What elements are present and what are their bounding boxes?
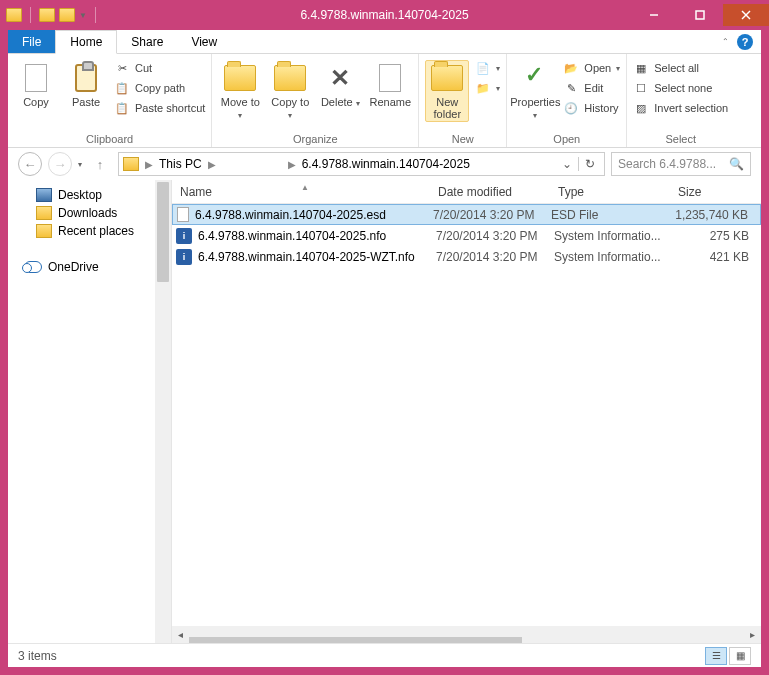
ribbon: Copy Paste ✂Cut 📋Copy path 📋Paste shortc… (8, 54, 761, 148)
file-row[interactable]: i6.4.9788.winmain.140704-2025.nfo7/20/20… (172, 225, 761, 246)
new-item-button[interactable]: 📄▾ (475, 60, 500, 76)
scroll-right-icon[interactable]: ▸ (744, 626, 761, 643)
desktop-icon (36, 188, 52, 202)
titlebar: ▼ 6.4.9788.winmain.140704-2025 (0, 0, 769, 30)
horizontal-scrollbar[interactable]: ◂ ▸ (172, 626, 761, 643)
close-button[interactable] (723, 4, 769, 26)
paste-button[interactable]: Paste (64, 60, 108, 108)
file-name: 6.4.9788.winmain.140704-2025.esd (195, 208, 427, 222)
recent-locations-icon[interactable]: ▾ (78, 160, 82, 169)
chevron-right-icon[interactable]: ▶ (284, 159, 300, 170)
file-date: 7/20/2014 3:20 PM (427, 208, 547, 222)
open-icon: 📂 (563, 60, 579, 76)
status-text: 3 items (18, 649, 57, 663)
chevron-right-icon[interactable]: ▶ (204, 159, 220, 170)
new-item-icon: 📄 (475, 60, 491, 76)
cut-button[interactable]: ✂Cut (114, 60, 205, 76)
qat-folder-icon (6, 8, 22, 22)
file-size: 275 KB (670, 229, 761, 243)
nav-desktop[interactable]: Desktop (8, 186, 171, 204)
search-icon: 🔍 (729, 157, 744, 171)
new-folder-button[interactable]: New folder (425, 60, 469, 122)
forward-button[interactable]: → (48, 152, 72, 176)
properties-button[interactable]: Properties ▾ (513, 60, 557, 122)
ribbon-group-open: Properties ▾ 📂Open ▾ ✎Edit 🕘History Open (507, 54, 627, 147)
back-button[interactable]: ← (18, 152, 42, 176)
nfo-file-icon: i (176, 228, 192, 244)
delete-button[interactable]: ✕ Delete ▾ (318, 60, 362, 110)
file-type: System Informatio... (550, 229, 670, 243)
easy-access-button[interactable]: 📁▾ (475, 80, 500, 96)
nav-recent[interactable]: Recent places (8, 222, 171, 240)
select-all-button[interactable]: ▦Select all (633, 60, 728, 76)
invert-selection-icon: ▨ (633, 100, 649, 116)
rename-button[interactable]: Rename (368, 60, 412, 108)
nfo-file-icon: i (176, 249, 192, 265)
details-view-button[interactable]: ☰ (705, 647, 727, 665)
file-list: Name▲ Date modified Type Size 6.4.9788.w… (172, 180, 761, 643)
file-row[interactable]: 6.4.9788.winmain.140704-2025.esd7/20/201… (172, 204, 761, 225)
ribbon-tabs: File Home Share View ⌃ ? (8, 30, 761, 54)
breadcrumb-this-pc[interactable]: This PC (159, 157, 202, 171)
file-date: 7/20/2014 3:20 PM (430, 250, 550, 264)
qat-properties-icon[interactable] (39, 8, 55, 22)
scissors-icon: ✂ (114, 60, 130, 76)
svg-rect-1 (696, 11, 704, 19)
edit-button[interactable]: ✎Edit (563, 80, 620, 96)
invert-selection-button[interactable]: ▨Invert selection (633, 100, 728, 116)
paste-icon (75, 64, 97, 92)
file-date: 7/20/2014 3:20 PM (430, 229, 550, 243)
easy-access-icon: 📁 (475, 80, 491, 96)
thumbnails-view-button[interactable]: ▦ (729, 647, 751, 665)
onedrive-icon (24, 261, 42, 273)
ribbon-group-clipboard: Copy Paste ✂Cut 📋Copy path 📋Paste shortc… (8, 54, 212, 147)
select-none-button[interactable]: ☐Select none (633, 80, 728, 96)
copy-button[interactable]: Copy (14, 60, 58, 108)
copy-to-icon (274, 65, 306, 91)
view-tab[interactable]: View (177, 30, 231, 53)
rename-icon (379, 64, 401, 92)
nav-onedrive[interactable]: OneDrive (8, 258, 171, 276)
paste-shortcut-icon: 📋 (114, 100, 130, 116)
column-size[interactable]: Size (670, 185, 761, 199)
move-to-button[interactable]: Move to ▾ (218, 60, 262, 122)
minimize-button[interactable] (631, 4, 677, 26)
column-type[interactable]: Type (550, 185, 670, 199)
breadcrumb-folder[interactable]: 6.4.9788.winmain.140704-2025 (302, 157, 470, 171)
qat-dropdown-icon[interactable]: ▼ (79, 11, 87, 20)
nav-downloads[interactable]: Downloads (8, 204, 171, 222)
minimize-ribbon-icon[interactable]: ⌃ (722, 37, 729, 46)
share-tab[interactable]: Share (117, 30, 177, 53)
address-bar: ← → ▾ ↑ ▶ This PC ▶ ▶ 6.4.9788.winmain.1… (8, 148, 761, 180)
file-type: System Informatio... (550, 250, 670, 264)
maximize-button[interactable] (677, 4, 723, 26)
search-placeholder: Search 6.4.9788... (618, 157, 729, 171)
search-input[interactable]: Search 6.4.9788... 🔍 (611, 152, 751, 176)
home-tab[interactable]: Home (55, 30, 117, 54)
up-button[interactable]: ↑ (88, 152, 112, 176)
file-row[interactable]: i6.4.9788.winmain.140704-2025-WZT.nfo7/2… (172, 246, 761, 267)
refresh-button[interactable]: ↻ (578, 157, 600, 171)
copy-path-icon: 📋 (114, 80, 130, 96)
scroll-left-icon[interactable]: ◂ (172, 626, 189, 643)
file-tab[interactable]: File (8, 30, 55, 53)
help-button[interactable]: ? (737, 34, 753, 50)
column-date[interactable]: Date modified (430, 185, 550, 199)
qat-newfolder-icon[interactable] (59, 8, 75, 22)
column-headers: Name▲ Date modified Type Size (172, 180, 761, 204)
open-button[interactable]: 📂Open ▾ (563, 60, 620, 76)
breadcrumb-dropdown-icon[interactable]: ⌄ (558, 157, 576, 171)
copy-path-button[interactable]: 📋Copy path (114, 80, 205, 96)
ribbon-group-select: ▦Select all ☐Select none ▨Invert selecti… (627, 54, 734, 147)
paste-shortcut-button[interactable]: 📋Paste shortcut (114, 100, 205, 116)
copy-to-button[interactable]: Copy to ▾ (268, 60, 312, 122)
column-name[interactable]: Name▲ (172, 185, 430, 199)
breadcrumb[interactable]: ▶ This PC ▶ ▶ 6.4.9788.winmain.140704-20… (118, 152, 605, 176)
history-button[interactable]: 🕘History (563, 100, 620, 116)
file-icon (177, 207, 189, 222)
nav-scrollbar[interactable] (155, 180, 171, 643)
delete-icon: ✕ (330, 64, 350, 92)
chevron-right-icon[interactable]: ▶ (141, 159, 157, 170)
file-type: ESD File (547, 208, 667, 222)
file-size: 1,235,740 KB (667, 208, 760, 222)
